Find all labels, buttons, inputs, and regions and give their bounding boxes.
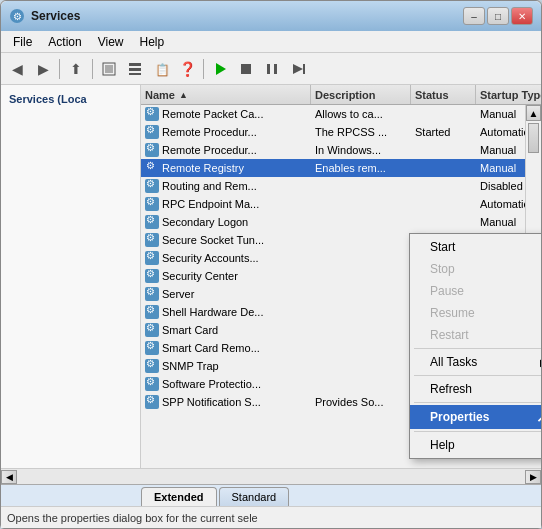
scroll-up[interactable]: ▲ — [526, 105, 541, 121]
table-row[interactable]: Remote Packet Ca... Allows to ca... Manu… — [141, 105, 541, 123]
sidebar-title: Services (Loca — [9, 93, 132, 105]
service-icon — [145, 125, 159, 139]
ctx-help[interactable]: Help — [410, 434, 541, 456]
col-header-desc[interactable]: Description — [311, 85, 411, 104]
help-button[interactable]: ❓ — [175, 57, 199, 81]
col-header-startup[interactable]: Startup Type — [476, 85, 541, 104]
close-button[interactable]: ✕ — [511, 7, 533, 25]
service-icon — [145, 395, 159, 409]
cell-name: RPC Endpoint Ma... — [141, 196, 311, 212]
cell-status — [411, 113, 476, 115]
list-button[interactable] — [123, 57, 147, 81]
stop-service-button[interactable] — [234, 57, 258, 81]
menu-help[interactable]: Help — [132, 33, 173, 51]
status-text: Opens the properties dialog box for the … — [7, 512, 258, 524]
cell-desc: In Windows... — [311, 143, 411, 157]
ctx-restart[interactable]: Restart — [410, 324, 541, 346]
show-hide-button[interactable] — [97, 57, 121, 81]
service-icon — [145, 287, 159, 301]
cell-name: Remote Procedur... — [141, 142, 311, 158]
cell-name: Smart Card — [141, 322, 311, 338]
ctx-all-tasks[interactable]: All Tasks ▶ — [410, 351, 541, 373]
menu-action[interactable]: Action — [40, 33, 89, 51]
svg-rect-5 — [129, 68, 141, 71]
up-button[interactable]: ⬆ — [64, 57, 88, 81]
forward-button[interactable]: ▶ — [31, 57, 55, 81]
horizontal-scrollbar[interactable]: ◀ ▶ — [1, 468, 541, 484]
svg-rect-9 — [241, 64, 251, 74]
ctx-stop[interactable]: Stop — [410, 258, 541, 280]
cell-desc — [311, 329, 411, 331]
col-header-status[interactable]: Status — [411, 85, 476, 104]
ctx-pause[interactable]: Pause — [410, 280, 541, 302]
back-button[interactable]: ◀ — [5, 57, 29, 81]
toolbar-sep-3 — [203, 59, 204, 79]
cell-desc: Enables rem... — [311, 161, 411, 175]
tab-extended[interactable]: Extended — [141, 487, 217, 506]
ctx-start[interactable]: Start — [410, 236, 541, 258]
cell-name: Routing and Rem... — [141, 178, 311, 194]
cell-desc — [311, 221, 411, 223]
ctx-sep-4 — [414, 431, 541, 432]
table-row-selected[interactable]: Remote Registry Enables rem... Manual — [141, 159, 541, 177]
mouse-cursor-icon: ↗ — [536, 409, 541, 425]
properties-button[interactable]: 📋 — [149, 57, 173, 81]
sidebar: Services (Loca — [1, 85, 141, 468]
cell-desc — [311, 185, 411, 187]
ctx-resume[interactable]: Resume — [410, 302, 541, 324]
service-icon — [145, 377, 159, 391]
cell-name: Remote Packet Ca... — [141, 106, 311, 122]
cell-desc — [311, 239, 411, 241]
table-row[interactable]: RPC Endpoint Ma... Automatic — [141, 195, 541, 213]
minimize-button[interactable]: – — [463, 7, 485, 25]
cell-name: Secure Socket Tun... — [141, 232, 311, 248]
context-menu: Start Stop Pause Resume Restart All Task… — [409, 233, 541, 459]
title-bar-left: ⚙ Services — [9, 8, 80, 24]
cell-desc: Allows to ca... — [311, 107, 411, 121]
start-service-button[interactable] — [208, 57, 232, 81]
main-area: Services (Loca Name ▲ Description Status… — [1, 85, 541, 468]
main-window: ⚙ Services – □ ✕ File Action View Help ◀… — [0, 0, 542, 529]
scroll-thumb[interactable] — [528, 123, 539, 153]
cell-name: Software Protectio... — [141, 376, 311, 392]
service-icon — [145, 161, 159, 175]
tabs-bar: Extended Standard — [1, 484, 541, 506]
service-icon — [145, 359, 159, 373]
service-icon — [145, 269, 159, 283]
cell-name: Server — [141, 286, 311, 302]
service-icon — [145, 179, 159, 193]
table-row[interactable]: Routing and Rem... Disabled — [141, 177, 541, 195]
restart-service-button[interactable] — [286, 57, 310, 81]
cell-status — [411, 203, 476, 205]
service-icon — [145, 233, 159, 247]
svg-rect-10 — [267, 64, 270, 74]
tab-standard[interactable]: Standard — [219, 487, 290, 506]
table-row[interactable]: Remote Procedur... In Windows... Manual — [141, 141, 541, 159]
window-title: Services — [31, 9, 80, 23]
scroll-left[interactable]: ◀ — [1, 470, 17, 484]
table-row[interactable]: Secondary Logon Manual — [141, 213, 541, 231]
cell-desc — [311, 275, 411, 277]
svg-marker-8 — [216, 63, 226, 75]
menu-file[interactable]: File — [5, 33, 40, 51]
table-row[interactable]: Remote Procedur... The RPCSS ... Started… — [141, 123, 541, 141]
pause-service-button[interactable] — [260, 57, 284, 81]
menu-view[interactable]: View — [90, 33, 132, 51]
svg-marker-12 — [293, 64, 303, 74]
service-icon — [145, 197, 159, 211]
service-icon — [145, 215, 159, 229]
maximize-button[interactable]: □ — [487, 7, 509, 25]
ctx-refresh[interactable]: Refresh — [410, 378, 541, 400]
service-icon — [145, 305, 159, 319]
cell-desc — [311, 257, 411, 259]
col-header-name[interactable]: Name ▲ — [141, 85, 311, 104]
ctx-properties[interactable]: Properties ↗ — [410, 405, 541, 429]
cell-name: Shell Hardware De... — [141, 304, 311, 320]
scroll-right[interactable]: ▶ — [525, 470, 541, 484]
cell-desc — [311, 311, 411, 313]
cell-name: Remote Registry — [141, 160, 311, 176]
svg-text:⚙: ⚙ — [13, 11, 22, 22]
service-icon — [145, 143, 159, 157]
svg-rect-4 — [129, 63, 141, 66]
cell-desc: Provides So... — [311, 395, 411, 409]
